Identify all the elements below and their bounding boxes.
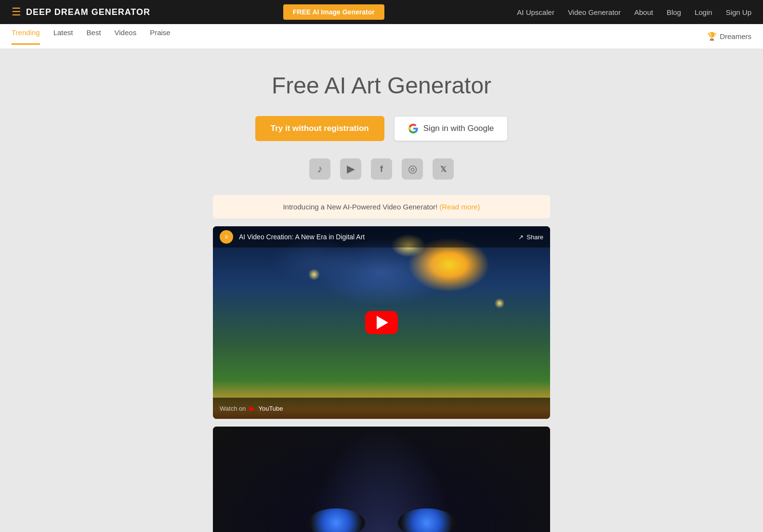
tab-latest[interactable]: Latest	[53, 28, 73, 45]
announcement-text: Introducing a New AI-Powered Video Gener…	[283, 203, 437, 211]
dreamers-label: Dreamers	[720, 32, 751, 40]
trophy-icon: 🏆	[707, 32, 717, 41]
google-signin-label: Sign in with Google	[423, 124, 494, 133]
try-without-registration-button[interactable]: Try it without registration	[255, 116, 384, 141]
video-top-bar: ≡ AI Video Creation: A New Era in Digita…	[213, 226, 550, 247]
read-more-link[interactable]: (Read more)	[439, 203, 480, 211]
share-button[interactable]: ↗ Share	[518, 234, 543, 241]
sub-nav-links: Trending Latest Best Videos Praise	[12, 28, 171, 45]
sub-nav-right: 🏆 Dreamers	[707, 32, 751, 41]
nav-link-signup[interactable]: Sign Up	[726, 8, 751, 16]
nav-link-blog[interactable]: Blog	[667, 8, 681, 16]
tab-best[interactable]: Best	[87, 28, 101, 45]
watch-on-text: Watch on	[220, 405, 246, 412]
channel-icon: ≡	[220, 230, 233, 244]
main-content: Free AI Art Generator Try it without reg…	[0, 49, 763, 532]
tab-praise[interactable]: Praise	[150, 28, 171, 45]
logo-icon: ☰	[12, 7, 21, 17]
social-icons-row: ♪ ▶ f ◎ 𝕏	[309, 158, 454, 180]
tiktok-icon: ♪	[317, 163, 323, 175]
share-label: Share	[526, 234, 543, 241]
video-thumbnail: ≡ AI Video Creation: A New Era in Digita…	[213, 226, 550, 419]
instagram-icon: ◎	[408, 163, 417, 175]
page-title: Free AI Art Generator	[272, 72, 491, 99]
twitter-link[interactable]: 𝕏	[433, 158, 454, 180]
hero-buttons: Try it without registration Sign in with…	[255, 116, 508, 141]
nav-link-ai-upscaler[interactable]: AI Upscaler	[517, 8, 554, 16]
share-arrow-icon: ↗	[518, 234, 524, 241]
free-ai-image-generator-button[interactable]: FREE AI Image Generator	[283, 4, 384, 20]
youtube-icon: ▶	[347, 163, 355, 175]
tab-trending[interactable]: Trending	[12, 28, 40, 45]
channel-logo: ≡	[224, 234, 228, 240]
nav-link-about[interactable]: About	[634, 8, 653, 16]
facebook-link[interactable]: f	[371, 158, 392, 180]
youtube-brand-text: YouTube	[258, 405, 283, 412]
youtube-logo-icon: ▶	[250, 405, 254, 412]
tab-videos[interactable]: Videos	[115, 28, 137, 45]
bottom-image	[213, 427, 550, 532]
sign-in-with-google-button[interactable]: Sign in with Google	[394, 116, 508, 141]
sub-navigation: Trending Latest Best Videos Praise 🏆 Dre…	[0, 24, 763, 49]
logo[interactable]: ☰ DEEP DREAM GENERATOR	[12, 7, 150, 17]
play-button[interactable]	[365, 311, 398, 334]
video-title: AI Video Creation: A New Era in Digital …	[239, 233, 365, 241]
youtube-link[interactable]: ▶	[340, 158, 361, 180]
bottom-image-container	[213, 427, 550, 532]
top-nav-center: FREE AI Image Generator	[166, 4, 501, 20]
video-bottom-bar: Watch on ▶ YouTube	[213, 398, 550, 419]
dreamers-badge[interactable]: 🏆 Dreamers	[707, 32, 751, 41]
logo-text: DEEP DREAM GENERATOR	[26, 7, 150, 17]
instagram-link[interactable]: ◎	[402, 158, 423, 180]
tiktok-link[interactable]: ♪	[309, 158, 330, 180]
twitter-icon: 𝕏	[440, 165, 447, 174]
facebook-icon: f	[380, 164, 383, 174]
video-container: ≡ AI Video Creation: A New Era in Digita…	[213, 226, 550, 419]
top-navigation: ☰ DEEP DREAM GENERATOR FREE AI Image Gen…	[0, 0, 763, 24]
google-logo-icon	[408, 123, 419, 134]
announcement-banner: Introducing a New AI-Powered Video Gener…	[213, 195, 550, 219]
top-nav-links: AI Upscaler Video Generator About Blog L…	[517, 8, 751, 16]
play-triangle-icon	[377, 316, 388, 329]
nav-link-video-generator[interactable]: Video Generator	[568, 8, 621, 16]
nav-link-login[interactable]: Login	[695, 8, 712, 16]
